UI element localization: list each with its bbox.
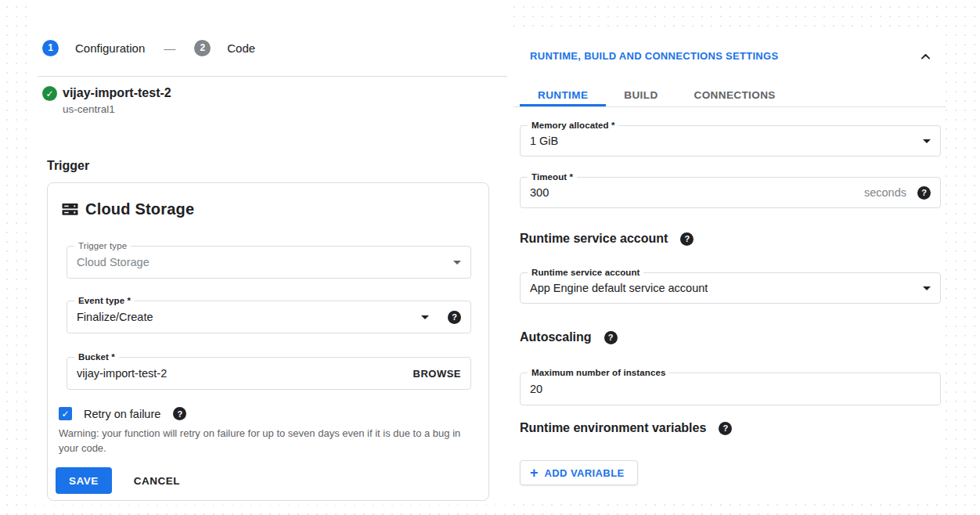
retry-warning-text: Warning: your function will retry on fai… — [59, 426, 474, 456]
dropdown-arrow-icon — [923, 286, 931, 290]
settings-expander-header[interactable]: RUNTIME, BUILD AND CONNECTIONS SETTINGS — [530, 50, 778, 62]
function-region: us-central1 — [63, 103, 115, 115]
runtime-service-account-help-icon[interactable]: ? — [680, 232, 694, 246]
bucket-input[interactable] — [77, 367, 413, 380]
timeout-help-icon[interactable]: ? — [917, 186, 931, 200]
trigger-card-title: Cloud Storage — [85, 200, 194, 218]
max-instances-label: Maximum number of instances — [528, 368, 669, 377]
tab-connections[interactable]: CONNECTIONS — [676, 83, 794, 106]
runtime-service-account-value: App Engine default service account — [530, 282, 923, 294]
trigger-card: Cloud Storage Trigger type Cloud Storage… — [47, 182, 489, 501]
memory-allocated-select[interactable]: Memory allocated * 1 GiB — [520, 125, 941, 157]
runtime-service-account-label: Runtime service account — [528, 268, 643, 277]
wizard-stepper: 1 Configuration — 2 Code — [42, 39, 255, 56]
retry-label: Retry on failure — [84, 408, 160, 420]
save-button[interactable]: SAVE — [56, 467, 112, 494]
env-variables-heading: Runtime environment variables ? — [520, 421, 732, 435]
step-1-badge[interactable]: 1 — [42, 40, 59, 56]
max-instances-input[interactable] — [530, 383, 931, 395]
stepper-divider — [38, 76, 507, 77]
timeout-unit: seconds — [864, 186, 906, 199]
browse-button[interactable]: BROWSE — [413, 368, 462, 380]
add-variable-button[interactable]: + ADD VARIABLE — [520, 460, 638, 485]
bucket-field: Bucket * BROWSE — [67, 357, 471, 390]
event-type-help-icon[interactable]: ? — [448, 311, 461, 324]
timeout-label: Timeout * — [528, 172, 577, 182]
tab-build[interactable]: BUILD — [606, 83, 676, 106]
settings-tabs: RUNTIME BUILD CONNECTIONS — [513, 83, 946, 107]
autoscaling-heading: Autoscaling ? — [520, 330, 618, 344]
function-name: vijay-import-test-2 — [63, 86, 171, 100]
step-2-label[interactable]: Code — [227, 41, 255, 55]
trigger-type-value: Cloud Storage — [77, 256, 453, 268]
cloud-storage-icon — [62, 202, 78, 217]
runtime-settings-panel: RUNTIME, BUILD AND CONNECTIONS SETTINGS … — [513, 33, 946, 504]
collapse-chevron-button[interactable] — [916, 47, 935, 66]
event-type-select[interactable]: Event type * Finalize/Create ? — [67, 301, 471, 333]
add-variable-label: ADD VARIABLE — [545, 467, 625, 479]
env-variables-help-icon[interactable]: ? — [719, 422, 732, 435]
trigger-section-heading: Trigger — [47, 159, 89, 173]
bucket-label: Bucket * — [74, 352, 119, 362]
trigger-card-header: Cloud Storage — [62, 200, 194, 218]
configuration-panel: 1 Configuration — 2 Code ✓ vijay-import-… — [34, 0, 507, 505]
dropdown-arrow-icon — [421, 315, 429, 319]
page-background: 1 Configuration — 2 Code ✓ vijay-import-… — [0, 0, 980, 515]
autoscaling-help-icon[interactable]: ? — [604, 331, 618, 344]
event-type-label: Event type * — [74, 296, 135, 305]
chevron-up-icon — [919, 50, 932, 63]
timeout-field: Timeout * seconds ? — [520, 177, 941, 208]
runtime-service-account-heading: Runtime service account ? — [520, 232, 694, 246]
tab-runtime[interactable]: RUNTIME — [520, 83, 606, 106]
trigger-card-actions: SAVE CANCEL — [56, 467, 185, 494]
retry-help-icon[interactable]: ? — [173, 407, 186, 420]
max-instances-field: Maximum number of instances — [520, 373, 941, 405]
retry-checkbox[interactable]: ✓ — [59, 407, 72, 420]
plus-icon: + — [530, 466, 539, 480]
memory-allocated-label: Memory allocated * — [528, 121, 619, 130]
runtime-service-account-select[interactable]: Runtime service account App Engine defau… — [520, 272, 941, 304]
step-1-label[interactable]: Configuration — [75, 41, 145, 55]
dropdown-arrow-icon — [923, 139, 931, 143]
success-check-icon: ✓ — [42, 86, 57, 101]
retry-row: ✓ Retry on failure ? — [59, 407, 186, 420]
cancel-button[interactable]: CANCEL — [129, 467, 185, 494]
event-type-value: Finalize/Create — [77, 311, 421, 323]
timeout-input[interactable] — [530, 186, 864, 199]
memory-allocated-value: 1 GiB — [530, 135, 923, 147]
trigger-type-select[interactable]: Trigger type Cloud Storage — [67, 246, 471, 279]
step-separator: — — [164, 41, 175, 55]
trigger-type-label: Trigger type — [74, 241, 131, 250]
step-2-badge[interactable]: 2 — [194, 40, 211, 56]
dropdown-arrow-icon — [453, 261, 461, 265]
